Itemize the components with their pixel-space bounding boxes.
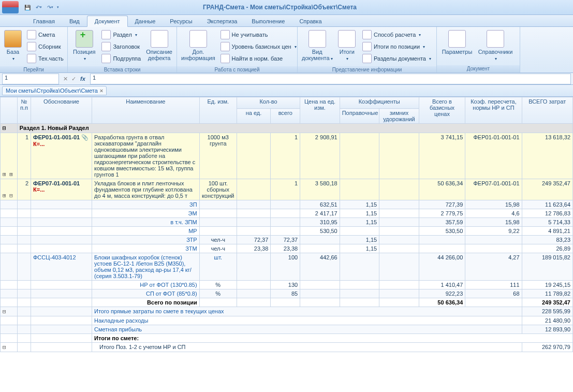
close-tab-icon[interactable]: × — [100, 88, 103, 94]
subgroup-button[interactable]: Подгруппа — [99, 53, 143, 64]
h-koef[interactable]: Коэффициенты — [340, 97, 419, 109]
h-ed[interactable]: Ед. изм. — [199, 97, 237, 124]
tab-view[interactable]: Вид — [62, 16, 87, 26]
table-row[interactable]: ⊞ ⊞ 1 ФЕР01-01-001-01 📎К=... Разработка … — [1, 133, 573, 179]
h-obo[interactable]: Обоснование — [31, 97, 92, 124]
tab-help[interactable]: Справка — [292, 16, 329, 26]
table-row[interactable]: Сметная прибыль12 893,90 — [1, 325, 573, 334]
group-insert: Вставка строки — [68, 66, 177, 72]
base-button[interactable]: База▾ — [3, 29, 23, 63]
table-row[interactable]: ⊞ ⊟ 2 ФЕР07-01-001-01К=... Укладка блоко… — [1, 179, 573, 200]
section-row[interactable]: ⊟Раздел 1. Новый Раздел — [1, 124, 573, 133]
tab-execution[interactable]: Выполнение — [244, 16, 292, 26]
position-button[interactable]: +Позиция▾ — [71, 29, 97, 63]
group-document: Документ — [437, 65, 520, 72]
group-position: Работа с позицией — [177, 66, 297, 72]
h-kolvo[interactable]: Кол-во — [237, 97, 300, 109]
totals-button[interactable]: Итоги▾ — [336, 29, 358, 63]
h-kp[interactable]: Коэф. пересчета, нормы НР и СП — [465, 97, 522, 124]
total-row[interactable]: Всего по позиции50 636,34249 352,47 — [1, 298, 573, 307]
fx-icon[interactable]: fx — [78, 76, 88, 82]
estimate-button[interactable]: Смета — [25, 29, 66, 40]
section-button[interactable]: Раздел▾ — [99, 29, 143, 40]
calcmethod-button[interactable]: Способ расчета▾ — [360, 29, 433, 40]
h-name[interactable]: Наименование — [92, 97, 200, 124]
table-row[interactable]: МР530,50530,509,224 891,21 — [1, 227, 573, 236]
h-vsz[interactable]: ВСЕГО затрат — [522, 97, 572, 124]
app-logo-icon[interactable] — [2, 1, 19, 13]
tab-expertise[interactable]: Экспертиза — [200, 16, 245, 26]
cancel-icon[interactable]: ✕ — [61, 76, 69, 82]
tab-data[interactable]: Данные — [128, 16, 163, 26]
accept-icon[interactable]: ✓ — [69, 76, 78, 82]
document-tab[interactable]: Мои сметы\Стройка\Объект\Смета × — [2, 86, 107, 95]
addinfo-button[interactable]: Доп. информация — [180, 29, 216, 62]
ribbon: База▾ Смета Сборник Тех.часть Перейти +П… — [0, 27, 573, 73]
table-row[interactable]: в т.ч. ЗПМ310,951,15357,5915,985 714,33 — [1, 218, 573, 227]
h-vsb[interactable]: Всего в базисных ценах — [419, 97, 465, 124]
tab-document[interactable]: Документ — [87, 16, 128, 27]
header-button[interactable]: Заголовок — [99, 41, 143, 52]
defect-desc-button: Описание дефекта — [145, 29, 173, 62]
table-row[interactable]: ⊟Итого Поз. 1-2 с учетом НР и СП262 970,… — [1, 343, 573, 352]
refs-button[interactable]: Справочники▾ — [476, 29, 515, 63]
table-row[interactable]: ЭМ2 417,171,152 779,754,612 786,83 — [1, 209, 573, 218]
h-np[interactable]: № п.п — [17, 97, 31, 124]
titlebar: 💾 ↶▾ ↷▾ ▾ ГРАНД-Смета - Мои сметы\Стройк… — [0, 0, 573, 15]
docview-button[interactable]: Вид документа▾ — [301, 29, 334, 63]
collection-button[interactable]: Сборник — [25, 41, 66, 52]
params-button[interactable]: Параметры — [440, 29, 474, 56]
docsections-button[interactable]: Разделы документа▾ — [360, 53, 433, 64]
h-cena[interactable]: Цена на ед. изм. — [300, 97, 340, 124]
findnorm-button[interactable]: Найти в норм. базе — [218, 53, 299, 64]
tab-main[interactable]: Главная — [26, 16, 62, 26]
cell-ref-input[interactable]: 1 — [2, 74, 59, 84]
table-row[interactable]: ФССЦ-403-4012Блоки шкафных коробок (стен… — [1, 253, 573, 281]
window-title: ГРАНД-Смета - Мои сметы\Стройка\Объект\С… — [59, 4, 501, 11]
table-row[interactable]: ⊟Итого прямые затраты по смете в текущих… — [1, 307, 573, 316]
table-row[interactable]: СП от ФОТ (85*0.8)%85922,236811 789,82 — [1, 289, 573, 298]
baselevel-button[interactable]: Уровень базисных цен▾ — [218, 41, 299, 52]
formula-bar: 1 ✕ ✓ fx 1 — [0, 73, 573, 85]
table-row[interactable]: Накладные расходы21 480,90 — [1, 316, 573, 325]
table-row[interactable]: ЗТМчел-ч23,3823,381,1526,89 — [1, 244, 573, 253]
ribbon-tabs: Главная Вид Документ Данные Ресурсы Эксп… — [0, 15, 573, 27]
techpart-button[interactable]: Тех.часть — [25, 53, 66, 64]
redo-icon[interactable]: ↷▾ — [46, 3, 55, 12]
save-icon[interactable]: 💾 — [23, 3, 32, 12]
undo-icon[interactable]: ↶▾ — [34, 3, 43, 12]
path-bar: Мои сметы\Стройка\Объект\Смета × — [0, 85, 573, 97]
data-grid[interactable]: № п.п Обоснование Наименование Ед. изм. … — [0, 97, 573, 352]
group-presentation: Представление информации — [298, 66, 436, 72]
group-goto: Перейти — [0, 66, 67, 72]
table-row[interactable]: Итоги по смете: — [1, 334, 573, 343]
formula-input[interactable]: 1 — [90, 74, 571, 84]
postotals-button[interactable]: Итоги по позиции▾ — [360, 41, 433, 52]
table-row[interactable]: ЗТРчел-ч72,3772,371,1583,23 — [1, 236, 573, 244]
table-row[interactable]: ЗП632,511,15727,3915,9811 623,64 — [1, 200, 573, 209]
exclude-button[interactable]: Не учитывать — [218, 29, 299, 40]
table-row[interactable]: НР от ФОТ (130*0.85)%1301 410,4711119 24… — [1, 281, 573, 289]
tab-resources[interactable]: Ресурсы — [163, 16, 199, 26]
